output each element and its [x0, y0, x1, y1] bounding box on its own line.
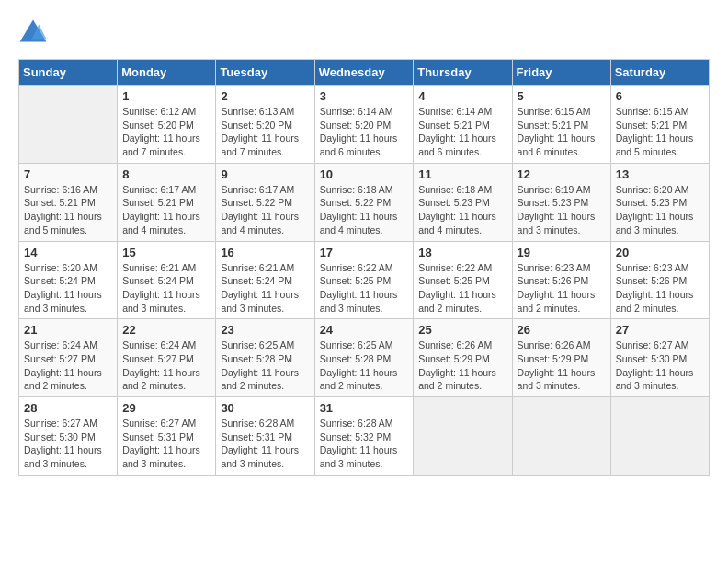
day-number: 14 [24, 246, 112, 259]
day-cell: 11Sunrise: 6:18 AMSunset: 5:23 PMDayligh… [414, 163, 512, 241]
day-cell: 13Sunrise: 6:20 AMSunset: 5:23 PMDayligh… [610, 163, 709, 241]
day-info: Sunrise: 6:27 AMSunset: 5:31 PMDaylight:… [122, 417, 210, 471]
day-cell: 17Sunrise: 6:22 AMSunset: 5:25 PMDayligh… [314, 241, 414, 319]
day-cell: 2Sunrise: 6:13 AMSunset: 5:20 PMDaylight… [216, 86, 314, 164]
day-number: 15 [122, 246, 210, 259]
day-info: Sunrise: 6:17 AMSunset: 5:21 PMDaylight:… [122, 183, 210, 237]
day-info: Sunrise: 6:20 AMSunset: 5:23 PMDaylight:… [616, 183, 704, 237]
day-cell: 18Sunrise: 6:22 AMSunset: 5:25 PMDayligh… [414, 241, 512, 319]
day-info: Sunrise: 6:21 AMSunset: 5:24 PMDaylight:… [122, 261, 210, 316]
day-info: Sunrise: 6:19 AMSunset: 5:23 PMDaylight:… [518, 183, 606, 237]
day-cell: 21Sunrise: 6:24 AMSunset: 5:27 PMDayligh… [19, 319, 118, 397]
day-number: 28 [24, 401, 112, 415]
day-number: 6 [616, 89, 704, 103]
day-cell: 24Sunrise: 6:25 AMSunset: 5:28 PMDayligh… [314, 319, 414, 397]
day-cell [414, 397, 512, 476]
day-number: 8 [122, 167, 210, 181]
day-info: Sunrise: 6:22 AMSunset: 5:25 PMDaylight:… [418, 261, 506, 316]
day-info: Sunrise: 6:25 AMSunset: 5:28 PMDaylight:… [320, 339, 409, 393]
day-cell: 10Sunrise: 6:18 AMSunset: 5:22 PMDayligh… [314, 163, 414, 241]
day-info: Sunrise: 6:12 AMSunset: 5:20 PMDaylight:… [122, 105, 210, 159]
calendar-table: SundayMondayTuesdayWednesdayThursdayFrid… [18, 59, 710, 476]
day-cell: 25Sunrise: 6:26 AMSunset: 5:29 PMDayligh… [414, 319, 512, 397]
day-info: Sunrise: 6:14 AMSunset: 5:21 PMDaylight:… [418, 105, 506, 159]
day-number: 7 [24, 167, 112, 181]
week-row: 7Sunrise: 6:16 AMSunset: 5:21 PMDaylight… [19, 163, 710, 241]
day-number: 24 [320, 323, 409, 337]
day-number: 26 [518, 323, 606, 337]
day-info: Sunrise: 6:15 AMSunset: 5:21 PMDaylight:… [616, 105, 704, 159]
week-row: 14Sunrise: 6:20 AMSunset: 5:24 PMDayligh… [19, 241, 710, 319]
day-number: 13 [616, 167, 704, 181]
day-cell: 3Sunrise: 6:14 AMSunset: 5:20 PMDaylight… [314, 86, 414, 164]
day-info: Sunrise: 6:17 AMSunset: 5:22 PMDaylight:… [221, 183, 309, 237]
day-info: Sunrise: 6:20 AMSunset: 5:24 PMDaylight:… [24, 261, 112, 316]
logo-icon [18, 18, 48, 44]
column-header-sunday: Sunday [19, 60, 118, 86]
day-number: 12 [518, 167, 606, 181]
day-info: Sunrise: 6:27 AMSunset: 5:30 PMDaylight:… [24, 417, 112, 471]
day-number: 22 [122, 323, 210, 337]
day-cell: 9Sunrise: 6:17 AMSunset: 5:22 PMDaylight… [216, 163, 314, 241]
day-cell: 16Sunrise: 6:21 AMSunset: 5:24 PMDayligh… [216, 241, 314, 319]
day-number: 21 [24, 323, 112, 337]
day-number: 17 [320, 246, 409, 259]
day-info: Sunrise: 6:24 AMSunset: 5:27 PMDaylight:… [24, 339, 112, 393]
day-cell: 19Sunrise: 6:23 AMSunset: 5:26 PMDayligh… [512, 241, 610, 319]
column-header-tuesday: Tuesday [216, 60, 314, 86]
day-cell: 26Sunrise: 6:26 AMSunset: 5:29 PMDayligh… [512, 319, 610, 397]
day-number: 29 [122, 401, 210, 415]
day-number: 30 [221, 401, 309, 415]
day-cell: 1Sunrise: 6:12 AMSunset: 5:20 PMDaylight… [118, 86, 216, 164]
day-cell: 12Sunrise: 6:19 AMSunset: 5:23 PMDayligh… [512, 163, 610, 241]
day-number: 16 [221, 246, 309, 259]
day-number: 20 [616, 246, 704, 259]
day-number: 5 [518, 89, 606, 103]
day-info: Sunrise: 6:28 AMSunset: 5:32 PMDaylight:… [320, 417, 409, 471]
day-number: 23 [221, 323, 309, 337]
day-number: 2 [221, 89, 309, 103]
day-cell: 15Sunrise: 6:21 AMSunset: 5:24 PMDayligh… [118, 241, 216, 319]
day-info: Sunrise: 6:21 AMSunset: 5:24 PMDaylight:… [221, 261, 309, 316]
day-info: Sunrise: 6:24 AMSunset: 5:27 PMDaylight:… [122, 339, 210, 393]
day-cell: 28Sunrise: 6:27 AMSunset: 5:30 PMDayligh… [19, 397, 118, 476]
column-header-thursday: Thursday [414, 60, 512, 86]
day-info: Sunrise: 6:23 AMSunset: 5:26 PMDaylight:… [616, 261, 704, 316]
day-cell: 27Sunrise: 6:27 AMSunset: 5:30 PMDayligh… [610, 319, 709, 397]
day-info: Sunrise: 6:28 AMSunset: 5:31 PMDaylight:… [221, 417, 309, 471]
day-info: Sunrise: 6:18 AMSunset: 5:22 PMDaylight:… [320, 183, 409, 237]
day-cell: 4Sunrise: 6:14 AMSunset: 5:21 PMDaylight… [414, 86, 512, 164]
day-info: Sunrise: 6:26 AMSunset: 5:29 PMDaylight:… [518, 339, 606, 393]
day-info: Sunrise: 6:15 AMSunset: 5:21 PMDaylight:… [518, 105, 606, 159]
day-cell: 29Sunrise: 6:27 AMSunset: 5:31 PMDayligh… [118, 397, 216, 476]
day-cell: 14Sunrise: 6:20 AMSunset: 5:24 PMDayligh… [19, 241, 118, 319]
day-cell [19, 86, 118, 164]
day-number: 18 [418, 246, 506, 259]
day-info: Sunrise: 6:22 AMSunset: 5:25 PMDaylight:… [320, 261, 409, 316]
day-cell: 8Sunrise: 6:17 AMSunset: 5:21 PMDaylight… [118, 163, 216, 241]
day-info: Sunrise: 6:16 AMSunset: 5:21 PMDaylight:… [24, 183, 112, 237]
day-info: Sunrise: 6:25 AMSunset: 5:28 PMDaylight:… [221, 339, 309, 393]
header [18, 18, 710, 44]
day-cell: 23Sunrise: 6:25 AMSunset: 5:28 PMDayligh… [216, 319, 314, 397]
day-cell: 6Sunrise: 6:15 AMSunset: 5:21 PMDaylight… [610, 86, 709, 164]
day-number: 3 [320, 89, 409, 103]
week-row: 1Sunrise: 6:12 AMSunset: 5:20 PMDaylight… [19, 86, 710, 164]
column-header-friday: Friday [512, 60, 610, 86]
day-cell: 7Sunrise: 6:16 AMSunset: 5:21 PMDaylight… [19, 163, 118, 241]
day-cell: 30Sunrise: 6:28 AMSunset: 5:31 PMDayligh… [216, 397, 314, 476]
logo [18, 18, 51, 44]
day-info: Sunrise: 6:14 AMSunset: 5:20 PMDaylight:… [320, 105, 409, 159]
week-row: 28Sunrise: 6:27 AMSunset: 5:30 PMDayligh… [19, 397, 710, 476]
day-info: Sunrise: 6:18 AMSunset: 5:23 PMDaylight:… [418, 183, 506, 237]
day-number: 27 [616, 323, 704, 337]
day-number: 1 [122, 89, 210, 103]
day-number: 25 [418, 323, 506, 337]
day-number: 10 [320, 167, 409, 181]
day-info: Sunrise: 6:26 AMSunset: 5:29 PMDaylight:… [418, 339, 506, 393]
column-header-monday: Monday [118, 60, 216, 86]
day-cell [512, 397, 610, 476]
day-number: 4 [418, 89, 506, 103]
day-number: 19 [518, 246, 606, 259]
day-cell: 22Sunrise: 6:24 AMSunset: 5:27 PMDayligh… [118, 319, 216, 397]
